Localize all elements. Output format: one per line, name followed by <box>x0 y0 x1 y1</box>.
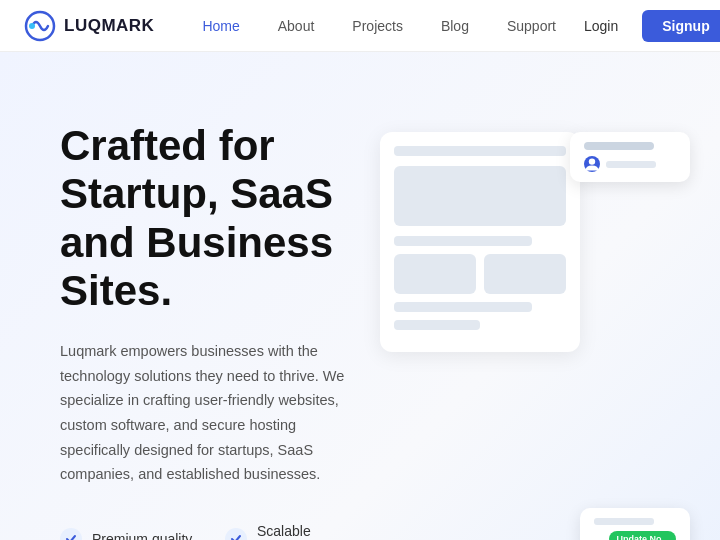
mockup-block-left <box>394 254 476 294</box>
check-icon <box>225 528 247 540</box>
mockup-text-line <box>394 236 532 246</box>
nav-support[interactable]: Support <box>491 12 572 40</box>
nav-right: Login Signup <box>572 10 720 42</box>
floating-card-update: Update No... <box>580 508 690 540</box>
mockup-split-row <box>394 254 566 294</box>
nav-blog[interactable]: Blog <box>425 12 485 40</box>
floating-card-text <box>606 161 656 168</box>
hero-title: Crafted for Startup, SaaS and Business S… <box>60 122 370 315</box>
mockup-text-line-3 <box>394 320 480 330</box>
logo-icon <box>24 10 56 42</box>
feature-label: Premium quality <box>92 531 192 540</box>
features-grid: Premium quality Scalable Solutions Affor… <box>60 523 370 540</box>
hero-section: Crafted for Startup, SaaS and Business S… <box>0 52 720 540</box>
user-avatar-icon <box>584 156 600 172</box>
svg-point-1 <box>29 23 35 29</box>
hero-description: Luqmark empowers businesses with the tec… <box>60 339 370 487</box>
logo[interactable]: LUQMARK <box>24 10 154 42</box>
login-button[interactable]: Login <box>572 12 630 40</box>
mockup-block-right <box>484 254 566 294</box>
floating-card-row <box>584 156 676 172</box>
hero-illustration: Update No... <box>370 112 680 540</box>
nav-home[interactable]: Home <box>186 12 255 40</box>
floating-card-line <box>584 142 654 150</box>
signup-button[interactable]: Signup <box>642 10 720 42</box>
mockup-text-line-2 <box>394 302 532 312</box>
mockup-image-placeholder <box>394 166 566 226</box>
svg-point-2 <box>589 158 595 164</box>
floating-card-user <box>570 132 690 182</box>
list-item: Scalable Solutions <box>225 523 370 540</box>
brand-name: LUQMARK <box>64 16 154 36</box>
nav-projects[interactable]: Projects <box>336 12 419 40</box>
nav-about[interactable]: About <box>262 12 331 40</box>
feature-label: Scalable Solutions <box>257 523 370 540</box>
nav-links: Home About Projects Blog Support <box>186 12 572 40</box>
mockup-card <box>380 132 580 352</box>
hero-left: Crafted for Startup, SaaS and Business S… <box>60 112 370 540</box>
check-icon <box>60 528 82 540</box>
update-badge: Update No... <box>609 531 676 540</box>
list-item: Premium quality <box>60 523 205 540</box>
navbar: LUQMARK Home About Projects Blog Support… <box>0 0 720 52</box>
mockup-header <box>394 146 566 156</box>
floating-update-line <box>594 518 654 525</box>
